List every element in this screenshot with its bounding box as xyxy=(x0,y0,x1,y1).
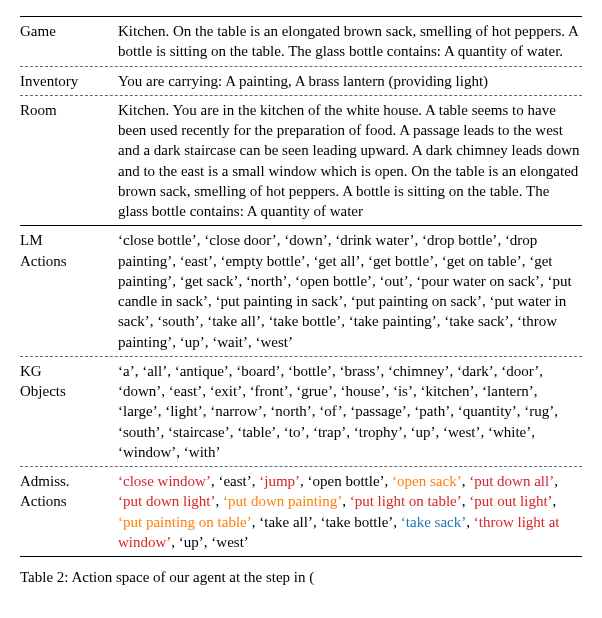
list-item: ‘quantity’ xyxy=(458,403,517,419)
caption-text: Action space of our agent at the step in… xyxy=(69,569,315,585)
list-item: ‘brass’ xyxy=(340,363,381,379)
list-item: ‘antique’ xyxy=(175,363,229,379)
row-room: Room Kitchen. You are in the kitchen of … xyxy=(20,95,582,226)
row-lm-actions: LM Actions ‘close bottle’, ‘close door’,… xyxy=(20,226,582,356)
list-item: ‘south’ xyxy=(118,424,161,440)
list-item: ‘window’ xyxy=(118,444,176,460)
list-item: ‘exit’ xyxy=(210,383,242,399)
list-item: ‘put painting on sack’ xyxy=(351,293,482,309)
list-item: ‘door’ xyxy=(501,363,539,379)
list-item: ‘is’ xyxy=(393,383,413,399)
list-item: ‘jump’ xyxy=(259,473,300,489)
list-item: ‘narrow’ xyxy=(210,403,262,419)
list-item: ‘front’ xyxy=(250,383,289,399)
row-admiss-actions: Admiss. Actions ‘close window’, ‘east’, … xyxy=(20,466,582,556)
list-item: ‘rug’ xyxy=(524,403,554,419)
list-item: ‘staircase’ xyxy=(168,424,230,440)
table-caption: Table 2: Action space of our agent at th… xyxy=(20,567,582,587)
row-inventory: Inventory You are carrying: A painting, … xyxy=(20,66,582,95)
list-item: ‘close bottle’ xyxy=(118,232,197,248)
list-item: ‘kitchen’ xyxy=(420,383,474,399)
list-item: ‘take bottle’ xyxy=(268,313,341,329)
action-space-table: Game Kitchen. On the table is an elongat… xyxy=(20,16,582,557)
list-item: ‘to’ xyxy=(284,424,306,440)
list-item: ‘put down light’ xyxy=(118,493,216,509)
list-item: ‘north’ xyxy=(246,273,288,289)
label-inventory: Inventory xyxy=(20,67,118,95)
label-room: Room xyxy=(20,96,118,124)
list-item: ‘open bottle’ xyxy=(308,473,385,489)
list-item: ‘east’ xyxy=(169,383,202,399)
list-item: ‘put painting in sack’ xyxy=(215,293,343,309)
value-inventory: You are carrying: A painting, A brass la… xyxy=(118,67,582,95)
list-item: ‘take bottle’ xyxy=(320,514,393,530)
list-item: ‘get bottle’ xyxy=(368,253,434,269)
label-game: Game xyxy=(20,17,118,45)
list-item: ‘up’ xyxy=(179,534,204,550)
list-item: ‘light’ xyxy=(165,403,203,419)
list-item: ‘west’ xyxy=(443,424,481,440)
list-item: ‘trap’ xyxy=(313,424,346,440)
list-item: ‘dark’ xyxy=(457,363,494,379)
list-item: ‘west’ xyxy=(255,334,293,350)
list-item: ‘up’ xyxy=(180,334,205,350)
list-item: ‘take sack’ xyxy=(401,514,466,530)
list-item: ‘empty bottle’ xyxy=(220,253,305,269)
value-kg-objects: ‘a’, ‘all’, ‘antique’, ‘board’, ‘bottle’… xyxy=(118,357,582,466)
list-item: ‘pour water on sack’ xyxy=(416,273,540,289)
section-actions: LM Actions ‘close bottle’, ‘close door’,… xyxy=(20,225,582,556)
list-item: ‘drop bottle’ xyxy=(422,232,497,248)
list-item: ‘wait’ xyxy=(212,334,248,350)
list-item: ‘put painting on table’ xyxy=(118,514,252,530)
list-item: ‘south’ xyxy=(157,313,200,329)
list-item: ‘put down all’ xyxy=(469,473,554,489)
value-game: Kitchen. On the table is an elongated br… xyxy=(118,17,582,66)
list-item: ‘down’ xyxy=(118,383,161,399)
list-item: ‘north’ xyxy=(270,403,312,419)
list-item: ‘up’ xyxy=(410,424,435,440)
list-item: ‘of’ xyxy=(319,403,342,419)
caption-label: Table 2: xyxy=(20,569,69,585)
list-item: ‘take all’ xyxy=(259,514,313,530)
list-item: ‘east’ xyxy=(218,473,251,489)
list-item: ‘get all’ xyxy=(313,253,360,269)
list-item: ‘open sack’ xyxy=(392,473,462,489)
list-item: ‘get on table’ xyxy=(442,253,522,269)
list-item: ‘table’ xyxy=(237,424,276,440)
list-item: ‘grue’ xyxy=(296,383,333,399)
list-item: ‘put out light’ xyxy=(469,493,552,509)
row-kg-objects: KG Objects ‘a’, ‘all’, ‘antique’, ‘board… xyxy=(20,356,582,466)
list-item: ‘passage’ xyxy=(350,403,407,419)
list-item: ‘take painting’ xyxy=(349,313,437,329)
row-game: Game Kitchen. On the table is an elongat… xyxy=(20,17,582,66)
list-item: ‘take all’ xyxy=(207,313,261,329)
list-item: ‘down’ xyxy=(284,232,327,248)
list-item: ‘put down painting’ xyxy=(223,493,342,509)
list-item: ‘out’ xyxy=(380,273,409,289)
label-lm-actions: LM Actions xyxy=(20,226,118,275)
label-kg-objects: KG Objects xyxy=(20,357,118,406)
list-item: ‘east’ xyxy=(180,253,213,269)
list-item: ‘close door’ xyxy=(204,232,277,248)
list-item: ‘house’ xyxy=(340,383,385,399)
label-admiss-actions: Admiss. Actions xyxy=(20,467,118,516)
list-item: ‘open bottle’ xyxy=(295,273,372,289)
list-item: ‘lantern’ xyxy=(482,383,534,399)
list-item: ‘take sack’ xyxy=(444,313,509,329)
list-item: ‘board’ xyxy=(236,363,280,379)
list-item: ‘drink water’ xyxy=(335,232,414,248)
section-context: Game Kitchen. On the table is an elongat… xyxy=(20,17,582,225)
list-item: ‘trophy’ xyxy=(354,424,403,440)
list-item: ‘path’ xyxy=(414,403,450,419)
list-item: ‘a’ xyxy=(118,363,135,379)
list-item: ‘west’ xyxy=(211,534,249,550)
list-item: ‘close window’ xyxy=(118,473,211,489)
list-item: ‘large’ xyxy=(118,403,158,419)
list-item: ‘bottle’ xyxy=(288,363,332,379)
list-item: ‘all’ xyxy=(142,363,167,379)
value-lm-actions: ‘close bottle’, ‘close door’, ‘down’, ‘d… xyxy=(118,226,582,356)
list-item: ‘with’ xyxy=(184,444,221,460)
list-item: ‘put light on table’ xyxy=(350,493,462,509)
value-admiss-actions: ‘close window’, ‘east’, ‘jump’, ‘open bo… xyxy=(118,467,582,556)
list-item: ‘chimney’ xyxy=(388,363,450,379)
